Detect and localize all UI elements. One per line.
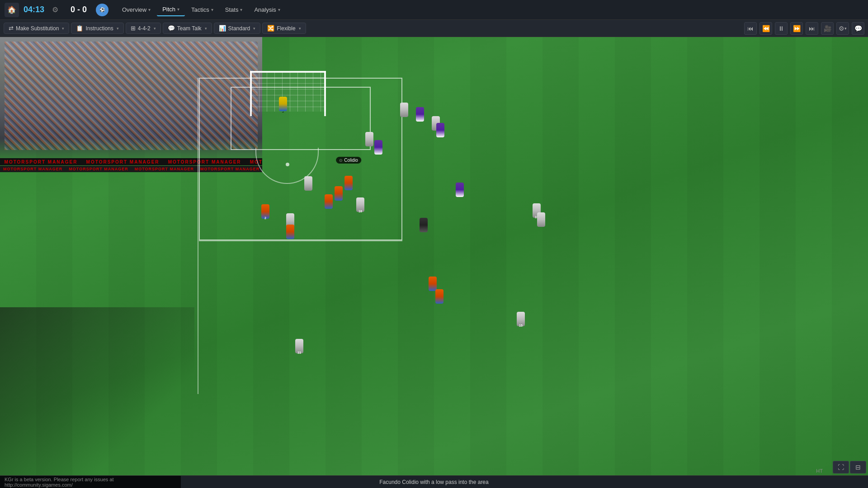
player-white-4[interactable]	[304, 176, 312, 191]
top-navigation: 🏠 04:13 ⚙ 0 - 0 ⚽ Overview ▾ Pitch ▾ Tac…	[0, 0, 868, 20]
playback-controls: ⏮ ⏪ ⏸ ⏩ ⏭ 🎥 ⚙ ▾ 💬	[744, 22, 864, 35]
nav-overview[interactable]: Overview ▾	[117, 4, 156, 16]
player-white-5[interactable]: 18	[356, 197, 364, 212]
home-button[interactable]: 🏠	[5, 3, 19, 17]
formation-icon: ⊞	[131, 25, 136, 32]
chevron-down-icon: ▾	[148, 7, 151, 12]
main-nav-menu: Overview ▾ Pitch ▾ Tactics ▾ Stats ▾ Ana…	[117, 3, 286, 16]
chevron-down-icon: ▾	[154, 26, 156, 31]
standard-button[interactable]: 📊 Standard ▾	[214, 23, 261, 34]
advertising-board-2: MOTORSPORT MANAGER MOTORSPORT MANAGER MO…	[0, 166, 262, 172]
goal-post-left	[250, 71, 252, 116]
chevron-down-icon: ▾	[117, 26, 119, 31]
camera-button[interactable]: 🎥	[821, 22, 834, 35]
match-toolbar: ⇄ Make Substitution ▾ 📋 Instructions ▾ ⊞…	[0, 20, 868, 37]
instructions-icon: 📋	[76, 25, 83, 32]
halftime-label: HT	[816, 468, 823, 474]
chat-button[interactable]: 💬	[852, 22, 864, 35]
match-time: 04:13	[23, 5, 45, 14]
nav-pitch[interactable]: Pitch ▾	[157, 3, 185, 16]
player-orange-6[interactable]	[435, 289, 443, 304]
goal-post-right	[324, 71, 326, 116]
pitch-view: MOTORSPORT MANAGER MOTORSPORT MANAGER MO…	[0, 37, 868, 488]
fullscreen-button[interactable]: ⛶	[833, 461, 849, 474]
skip-to-start-button[interactable]: ⏮	[744, 22, 757, 35]
player-white-3[interactable]	[365, 132, 373, 146]
team-talk-icon: 💬	[168, 25, 175, 32]
player-goalkeeper[interactable]	[279, 97, 287, 113]
nav-analysis[interactable]: Analysis ▾	[249, 4, 285, 16]
player-white-10[interactable]: 33	[295, 339, 303, 353]
advertising-board: MOTORSPORT MANAGER MOTORSPORT MANAGER MO…	[0, 158, 262, 165]
chevron-down-icon: ▾	[253, 26, 255, 31]
step-back-button[interactable]: ⏪	[760, 22, 772, 35]
pitch-background	[0, 37, 868, 488]
chevron-down-icon: ▾	[177, 7, 179, 12]
beta-notice: KGr is a beta version. Please report any…	[0, 476, 181, 488]
player-purple-1[interactable]	[416, 107, 424, 122]
nav-tactics[interactable]: Tactics ▾	[186, 4, 219, 16]
player-purple-3[interactable]	[374, 140, 382, 155]
player-orange-1[interactable]	[335, 186, 343, 201]
step-forward-button[interactable]: ⏩	[790, 22, 803, 35]
player-orange-4[interactable]	[286, 225, 294, 239]
flexible-icon: 🔀	[267, 25, 274, 32]
nav-stats[interactable]: Stats ▾	[220, 4, 248, 16]
substitution-icon: ⇄	[9, 25, 14, 32]
match-score: 0 - 0	[65, 5, 92, 14]
goal-crossbar	[250, 71, 326, 73]
chevron-down-icon: ▾	[211, 7, 213, 12]
skip-to-end-button[interactable]: ⏭	[806, 22, 818, 35]
colidio-label: Colidio	[344, 158, 358, 163]
standard-icon: 📊	[219, 25, 226, 32]
formation-button[interactable]: ⊞ 4-4-2 ▾	[126, 23, 161, 34]
player-colidio[interactable]: ⊙ Colidio	[344, 166, 353, 190]
display-options-button[interactable]: ⚙ ▾	[836, 22, 849, 35]
player-white-9[interactable]: 15	[517, 312, 525, 326]
settings-button[interactable]: ⚙	[49, 4, 61, 16]
instructions-button[interactable]: 📋 Instructions ▾	[71, 23, 123, 34]
view-toggle-button[interactable]: ⊟	[850, 461, 866, 474]
player-orange-2[interactable]	[325, 194, 333, 209]
team-logo: ⚽	[96, 4, 108, 16]
team-talk-button[interactable]: 💬 Team Talk ▾	[163, 23, 212, 34]
chevron-down-icon: ▾	[278, 7, 280, 12]
player-white-1[interactable]	[400, 103, 408, 117]
status-bar: KGr is a beta version. Please report any…	[0, 475, 868, 488]
chevron-down-icon: ▾	[205, 26, 207, 31]
match-commentary: Facundo Colidio with a low pass into the…	[379, 479, 488, 485]
player-purple-2[interactable]	[436, 123, 444, 137]
view-controls: ⛶ ⊟	[831, 459, 868, 475]
pause-button[interactable]: ⏸	[775, 22, 788, 35]
make-substitution-button[interactable]: ⇄ Make Substitution ▾	[4, 23, 69, 34]
player-white-8[interactable]	[537, 212, 545, 227]
player-purple-4[interactable]	[456, 183, 464, 197]
chevron-down-icon: ▾	[240, 7, 242, 12]
chevron-down-icon: ▾	[844, 26, 847, 31]
flexible-button[interactable]: 🔀 Flexible ▾	[262, 23, 306, 34]
chevron-down-icon: ▾	[299, 26, 301, 31]
player-orange-3[interactable]: 2	[261, 204, 269, 219]
chevron-down-icon: ▾	[62, 26, 64, 31]
player-dark[interactable]	[420, 218, 428, 232]
